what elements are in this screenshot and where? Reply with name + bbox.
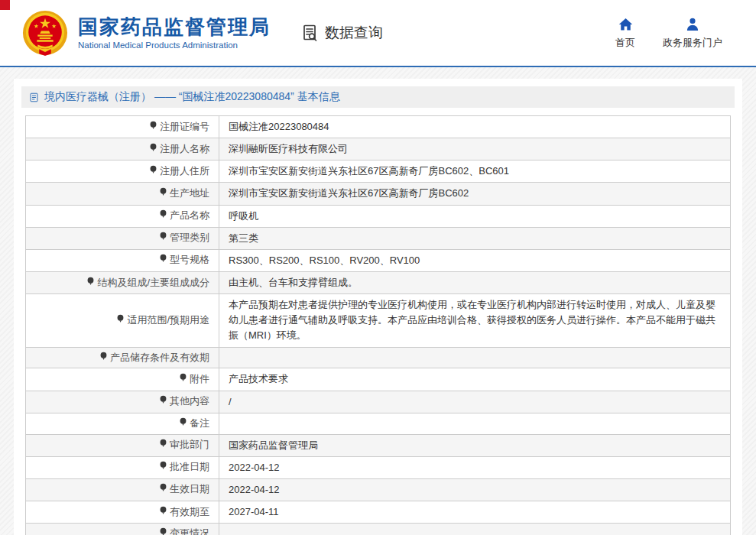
note-icon xyxy=(159,231,167,245)
red-corner-mark xyxy=(0,0,10,10)
row-label: 适用范围/预期用途 xyxy=(127,313,209,328)
note-icon xyxy=(159,438,167,452)
row-label: 审批部门 xyxy=(170,438,209,452)
row-label: 注册证编号 xyxy=(160,120,209,135)
nav-home-label: 首页 xyxy=(615,36,635,50)
note-icon xyxy=(86,276,95,290)
table-row: 批准日期 2022-04-12 xyxy=(26,456,731,478)
row-label: 其他内容 xyxy=(170,394,209,409)
row-label: 批准日期 xyxy=(170,460,209,475)
site-logo[interactable]: 国家药品监督管理局 National Medical Products Admi… xyxy=(21,9,271,57)
note-icon xyxy=(159,527,167,535)
row-label: 注册人名称 xyxy=(160,142,209,157)
home-icon xyxy=(618,17,634,32)
table-row: 变更情况 xyxy=(26,524,731,535)
note-icon xyxy=(116,313,125,328)
row-label: 注册人住所 xyxy=(160,164,209,179)
table-row: 产品名称 呼吸机 xyxy=(26,205,731,227)
table-row: 备注 xyxy=(26,413,731,434)
row-label: 变更情况 xyxy=(170,527,209,535)
data-query-label: 数据查询 xyxy=(325,23,383,43)
table-row: 附件 产品技术要求 xyxy=(26,368,731,391)
note-icon xyxy=(149,164,157,179)
note-icon xyxy=(99,351,108,365)
note-icon xyxy=(179,417,187,431)
note-icon xyxy=(159,394,167,409)
row-label: 型号规格 xyxy=(170,253,209,268)
site-header: 国家药品监督管理局 National Medical Products Admi… xyxy=(0,0,756,67)
row-value: 深圳市宝安区新安街道兴东社区67区高新奇厂房BC602 xyxy=(229,187,469,199)
note-icon xyxy=(159,482,167,497)
note-icon xyxy=(149,142,157,157)
row-value: 呼吸机 xyxy=(229,210,258,222)
table-row: 生效日期 2022-04-12 xyxy=(26,478,731,501)
note-icon xyxy=(159,186,167,201)
table-row: 结构及组成/主要组成成分 由主机、台车和支撑臂组成。 xyxy=(26,271,731,293)
row-value: RS300、RS200、RS100、RV200、RV100 xyxy=(229,255,420,266)
note-icon xyxy=(159,253,167,268)
note-icon xyxy=(159,460,167,475)
row-label: 产品名称 xyxy=(170,209,209,223)
row-label: 产品储存条件及有效期 xyxy=(110,351,209,365)
row-label: 结构及组成/主要组成成分 xyxy=(97,276,209,290)
row-label: 管理类别 xyxy=(170,231,209,245)
row-value: 第三类 xyxy=(229,232,258,244)
row-value: 深圳融昕医疗科技有限公司 xyxy=(229,143,348,154)
row-value: 国家药品监督管理局 xyxy=(229,439,318,451)
row-value: 深圳市宝安区新安街道兴东社区67区高新奇厂房BC602、BC601 xyxy=(229,165,509,177)
table-row: 审批部门 国家药品监督管理局 xyxy=(26,434,731,456)
table-row: 适用范围/预期用途 本产品预期在对患者提供护理的专业医疗机构使用，或在专业医疗机… xyxy=(26,294,731,347)
row-label: 附件 xyxy=(190,372,209,387)
site-title: 国家药品监督管理局 xyxy=(78,16,271,38)
row-value: 本产品预期在对患者提供护理的专业医疗机构使用，或在专业医疗机构内部进行转运时使用… xyxy=(229,299,715,341)
table-row: 生产地址 深圳市宝安区新安街道兴东社区67区高新奇厂房BC602 xyxy=(26,183,731,205)
row-value: 国械注准20223080484 xyxy=(229,121,329,132)
registration-info-table: 注册证编号 国械注准20223080484 注册人名称 深圳融昕医疗科技有限公司 xyxy=(25,115,731,535)
table-row: 型号规格 RS300、RS200、RS100、RV200、RV100 xyxy=(26,249,731,271)
data-query-section[interactable]: 数据查询 xyxy=(301,23,383,43)
table-row: 注册人名称 深圳融昕医疗科技有限公司 xyxy=(26,138,731,160)
row-value: 2022-04-12 xyxy=(229,484,280,495)
table-row: 注册证编号 国械注准20223080484 xyxy=(26,116,731,138)
nav-gov-portal-label: 政务服务门户 xyxy=(663,36,722,50)
row-label: 生效日期 xyxy=(170,482,209,497)
note-icon xyxy=(159,505,167,520)
note-icon xyxy=(179,372,187,387)
note-icon xyxy=(159,209,167,223)
info-table-body: 注册证编号 国械注准20223080484 注册人名称 深圳融昕医疗科技有限公司 xyxy=(26,116,731,535)
document-icon xyxy=(29,92,39,103)
page-body: 境内医疗器械（注册） —— “国械注准20223080484” 基本信息 注册证… xyxy=(0,67,756,535)
row-value: 2027-04-11 xyxy=(229,506,279,517)
row-value: 2022-04-12 xyxy=(229,462,280,473)
table-row: 产品储存条件及有效期 xyxy=(26,347,731,368)
row-value: 产品技术要求 xyxy=(229,373,288,384)
site-subtitle: National Medical Products Administration xyxy=(78,41,271,50)
page-title: 境内医疗器械（注册） —— “国械注准20223080484” 基本信息 xyxy=(44,90,340,104)
row-value: / xyxy=(229,396,232,407)
page-title-bar: 境内医疗器械（注册） —— “国械注准20223080484” 基本信息 xyxy=(21,86,735,108)
row-label: 有效期至 xyxy=(170,505,209,520)
note-icon xyxy=(149,120,157,135)
header-nav: 首页 政务服务门户 xyxy=(615,17,722,50)
table-row: 其他内容 / xyxy=(26,391,731,413)
content-box: 境内医疗器械（注册） —— “国械注准20223080484” 基本信息 注册证… xyxy=(14,79,742,535)
table-row: 管理类别 第三类 xyxy=(26,227,731,249)
table-row: 有效期至 2027-04-11 xyxy=(26,501,731,523)
national-emblem-icon xyxy=(21,9,69,57)
row-label: 生产地址 xyxy=(170,186,209,201)
logo-text: 国家药品监督管理局 National Medical Products Admi… xyxy=(78,16,271,50)
data-query-icon xyxy=(301,24,320,42)
table-row: 注册人住所 深圳市宝安区新安街道兴东社区67区高新奇厂房BC602、BC601 xyxy=(26,160,731,183)
nav-gov-portal[interactable]: 政务服务门户 xyxy=(663,17,722,50)
nav-home[interactable]: 首页 xyxy=(615,17,635,50)
user-icon xyxy=(685,17,700,32)
row-value: 由主机、台车和支撑臂组成。 xyxy=(229,277,358,288)
row-label: 备注 xyxy=(190,417,209,431)
